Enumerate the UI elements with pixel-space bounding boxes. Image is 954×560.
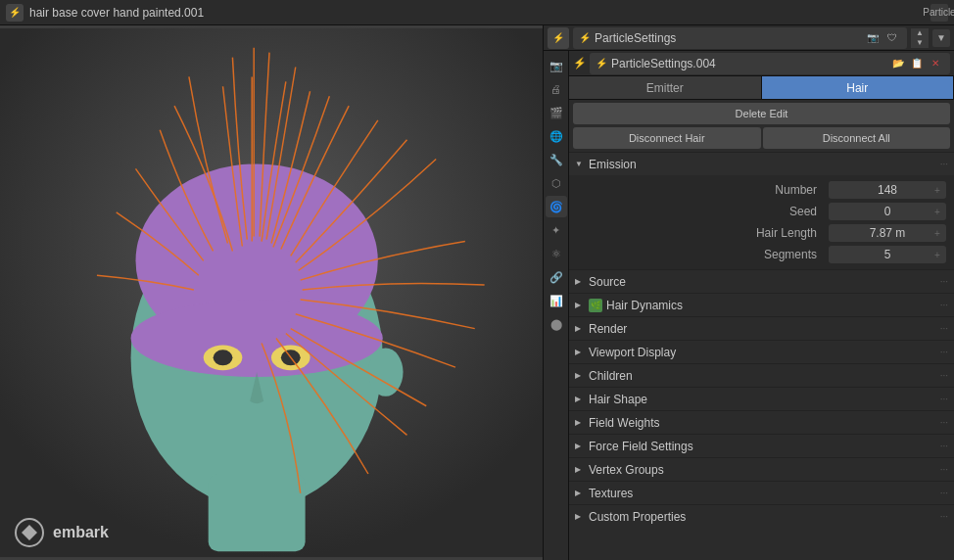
seed-label: Seed: [577, 205, 825, 218]
section-emission-header[interactable]: ▼ Emission ···: [569, 152, 954, 175]
prop-icon-render[interactable]: 📷: [546, 55, 567, 76]
field-row-number: Number 148 +: [569, 179, 954, 201]
seed-inc-btn[interactable]: +: [930, 205, 944, 218]
scene-title: hair base cover hand painted.001: [29, 6, 204, 20]
panel-camera-btn[interactable]: 📷: [864, 29, 882, 47]
panel-icon-btn-left[interactable]: ⚡: [548, 27, 569, 49]
vertex-groups-label: Vertex Groups: [589, 463, 936, 477]
source-label: Source: [589, 275, 936, 289]
number-inc-btn[interactable]: +: [930, 183, 944, 197]
right-panel: ⚡ ⚡ ParticleSettings 📷 🛡 ▲ ▼ ▼ 📷 🖨 🎬: [543, 25, 954, 560]
prop-icon-object[interactable]: ⬡: [546, 172, 567, 194]
section-source-header[interactable]: ▶ Source ···: [569, 269, 954, 293]
section-viewport-display-header[interactable]: ▶ Viewport Display ···: [569, 340, 954, 363]
emission-label: Emission: [589, 158, 936, 171]
prop-icon-modifier[interactable]: 🌀: [546, 196, 567, 217]
hair-dynamics-dot: 🌿: [589, 299, 602, 312]
viewport[interactable]: embark: [0, 25, 543, 560]
top-bar-right: Particle: [930, 4, 948, 22]
panel-title-bar: ⚡ ParticleSettings 📷 🛡: [573, 27, 907, 49]
tab-hair[interactable]: Hair: [762, 76, 955, 99]
section-vertex-groups-header[interactable]: ▶ Vertex Groups ···: [569, 457, 954, 481]
number-value[interactable]: 148 +: [829, 181, 946, 199]
panel-expand-btn[interactable]: ▼: [932, 29, 950, 47]
section-textures-header[interactable]: ▶ Textures ···: [569, 481, 954, 504]
tabs-row: Emitter Hair: [569, 76, 954, 100]
hair-length-inc-btn[interactable]: +: [930, 226, 944, 240]
section-children-header[interactable]: ▶ Children ···: [569, 363, 954, 387]
main-layout: embark ⚡ ⚡ ParticleSettings 📷 🛡 ▲ ▼ ▼: [0, 25, 954, 560]
vertex-groups-arrow: ▶: [575, 465, 585, 474]
children-arrow: ▶: [575, 371, 585, 380]
top-bar-particle-btn[interactable]: Particle: [930, 4, 948, 22]
viewport-display-label: Viewport Display: [589, 346, 936, 359]
prop-icon-world[interactable]: 🔧: [546, 149, 567, 170]
delete-edit-btn[interactable]: Delete Edit: [573, 103, 950, 124]
children-label: Children: [589, 369, 936, 383]
section-custom-properties-header[interactable]: ▶ Custom Properties ···: [569, 504, 954, 528]
custom-properties-label: Custom Properties: [589, 510, 936, 524]
textures-label: Textures: [589, 487, 936, 500]
render-arrow: ▶: [575, 324, 585, 333]
top-bar-icon: ⚡: [6, 4, 24, 22]
svg-point-6: [214, 350, 233, 365]
tab-emitter[interactable]: Emitter: [569, 76, 762, 99]
segments-inc-btn[interactable]: +: [930, 248, 944, 261]
prop-icon-constraints[interactable]: 🔗: [546, 266, 567, 288]
prop-icon-physics[interactable]: ⚛: [546, 243, 567, 264]
hair-shape-arrow: ▶: [575, 395, 585, 403]
emission-arrow: ▼: [575, 160, 585, 168]
panel-topbar: ⚡ ⚡ ParticleSettings 📷 🛡 ▲ ▼ ▼: [544, 25, 954, 51]
field-row-segments: Segments 5 +: [569, 244, 954, 265]
properties-panel: 📷 🖨 🎬 🌐 🔧 ⬡ 🌀 ✦ ⚛ 🔗 📊 ⬤ ⚡ ⚡: [544, 51, 954, 560]
particle-browse-btn[interactable]: 📂: [889, 55, 907, 72]
hair-dynamics-label: Hair Dynamics: [606, 299, 936, 312]
prop-icon-output[interactable]: 🖨: [546, 78, 567, 100]
top-bar: ⚡ hair base cover hand painted.001 Parti…: [0, 0, 954, 25]
section-force-field-settings-header[interactable]: ▶ Force Field Settings ···: [569, 434, 954, 457]
render-label: Render: [589, 322, 936, 336]
prop-icon-particles[interactable]: ✦: [546, 219, 567, 241]
svg-point-4: [131, 300, 383, 377]
particle-header-icons: 📂 📋 ✕: [889, 55, 944, 72]
disconnect-hair-btn[interactable]: Disconnect Hair: [573, 127, 761, 149]
custom-properties-arrow: ▶: [575, 512, 585, 521]
section-hair-dynamics-header[interactable]: ▶ 🌿 Hair Dynamics ···: [569, 293, 954, 316]
scroll-up-btn[interactable]: ▲: [911, 28, 929, 38]
hair-dynamics-arrow: ▶: [575, 301, 585, 309]
action-row: Delete Edit: [573, 103, 950, 124]
embark-logo: embark: [14, 517, 109, 548]
number-label: Number: [577, 183, 825, 197]
section-field-weights-header[interactable]: ▶ Field Weights ···: [569, 410, 954, 434]
viewport-display-arrow: ▶: [575, 348, 585, 356]
emission-section: Number 148 + Seed 0 +: [569, 175, 954, 269]
field-row-seed: Seed 0 +: [569, 201, 954, 222]
particle-settings-panel: ⚡ ⚡ ParticleSettings.004 📂 📋 ✕ Em: [569, 51, 954, 560]
particle-close-btn[interactable]: ✕: [927, 55, 944, 72]
particle-name: ParticleSettings.004: [611, 57, 885, 70]
scroll-area[interactable]: ▼ Emission ··· Number 148 +: [569, 152, 954, 560]
field-weights-label: Field Weights: [589, 416, 936, 430]
prop-icons-column: 📷 🖨 🎬 🌐 🔧 ⬡ 🌀 ✦ ⚛ 🔗 📊 ⬤: [544, 51, 569, 560]
section-hair-shape-header[interactable]: ▶ Hair Shape ···: [569, 387, 954, 410]
particle-name-row: ⚡ ParticleSettings.004 📂 📋 ✕: [590, 53, 950, 74]
segments-value[interactable]: 5 +: [829, 246, 946, 263]
hair-shape-label: Hair Shape: [589, 393, 936, 406]
textures-arrow: ▶: [575, 489, 585, 497]
prop-icon-view[interactable]: 🎬: [546, 102, 567, 123]
prop-icon-data[interactable]: 📊: [546, 290, 567, 311]
panel-title-icons: 📷 🛡: [864, 29, 901, 47]
scroll-down-btn[interactable]: ▼: [911, 38, 929, 48]
disconnect-row: Disconnect Hair Disconnect All: [573, 127, 950, 149]
section-render-header[interactable]: ▶ Render ···: [569, 316, 954, 340]
prop-icon-material[interactable]: ⬤: [546, 313, 567, 335]
field-row-hair-length: Hair Length 7.87 m +: [569, 222, 954, 244]
disconnect-all-btn[interactable]: Disconnect All: [763, 127, 951, 149]
hair-length-label: Hair Length: [577, 226, 825, 240]
hair-length-value[interactable]: 7.87 m +: [829, 224, 946, 242]
prop-icon-scene[interactable]: 🌐: [546, 125, 567, 147]
panel-shield-btn[interactable]: 🛡: [883, 29, 901, 47]
force-field-arrow: ▶: [575, 442, 585, 450]
particle-copy-btn[interactable]: 📋: [908, 55, 926, 72]
seed-value[interactable]: 0 +: [829, 203, 946, 220]
